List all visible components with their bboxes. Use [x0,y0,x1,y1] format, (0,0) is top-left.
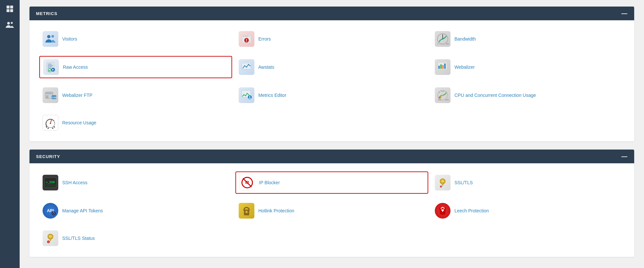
leech-label: Leech Protection [454,208,489,214]
menu-item-ip-blocker[interactable]: IP IP Blocker [235,171,428,194]
webalizer-label: Webalizer [454,64,475,70]
visitors-label: Visitors [62,36,77,42]
grid-icon[interactable] [6,5,14,15]
svg-rect-12 [243,36,244,36]
menu-item-cpu[interactable]: MIN MAX CPU and Concurrent Connection Us… [432,85,624,106]
svg-rect-79 [246,209,248,211]
menu-item-resource-usage[interactable]: Resource Usage [39,112,232,133]
svg-point-28 [244,65,245,66]
svg-rect-34 [442,65,444,69]
resource-usage-label: Resource Usage [62,120,96,126]
metrics-body: Visitors ! Errors [29,20,634,141]
ssl-tls-label: SSL/TLS [454,180,473,186]
svg-text:MAX: MAX [445,99,449,101]
menu-item-visitors[interactable]: Visitors [39,28,232,49]
awstats-icon [239,59,254,75]
security-header: SECURITY — [29,150,634,163]
svg-point-5 [11,22,13,24]
menu-item-metrics-editor[interactable]: Metrics Editor [235,85,428,106]
svg-rect-21 [48,65,53,66]
svg-point-7 [51,35,54,38]
svg-text:>_SSH: >_SSH [46,181,55,184]
svg-text:localhost$_: localhost$_ [46,185,57,187]
menu-item-awstats[interactable]: Awstats [235,56,428,78]
sidebar [0,0,20,268]
security-section: SECURITY — >_SSH localhost$_ SSH Access [29,150,634,257]
svg-rect-39 [46,96,48,96]
svg-rect-3 [10,9,13,12]
users-icon[interactable] [6,21,14,30]
svg-rect-23 [48,68,51,68]
menu-item-manage-api[interactable]: API Manage API Tokens [39,200,232,221]
svg-point-4 [7,22,10,25]
api-icon: API [43,203,58,219]
raw-access-label: Raw Access [63,64,88,70]
svg-rect-32 [438,66,440,69]
main-content: METRICS — Visitors [20,0,644,268]
svg-rect-1 [10,6,13,9]
svg-point-30 [248,64,249,65]
svg-rect-33 [440,64,442,69]
svg-rect-56 [46,122,47,123]
ssl-tls-status-label: SSL/TLS Status [62,235,95,241]
ssl-tls-icon: ? [435,175,451,190]
svg-text:MAX: MAX [446,43,449,45]
manage-api-label: Manage API Tokens [62,208,103,214]
svg-rect-40 [46,97,48,97]
cpu-icon: MIN MAX [435,87,451,103]
svg-text:0: 0 [437,43,439,45]
svg-point-29 [246,67,247,68]
bandwidth-icon: 0 MAX [435,31,451,47]
bandwidth-label: Bandwidth [454,36,476,42]
svg-point-61 [54,126,55,128]
metrics-collapse-btn[interactable]: — [621,10,628,16]
svg-rect-41 [46,98,48,98]
ip-blocker-icon: IP [239,175,255,190]
svg-rect-13 [245,36,246,36]
svg-text:?: ? [48,241,49,243]
svg-point-60 [52,128,53,129]
security-body: >_SSH localhost$_ SSH Access IP IP Bloc [29,163,634,257]
menu-item-webalizer-ftp[interactable]: FTP Webalizer FTP [39,85,232,106]
svg-point-59 [47,128,49,129]
svg-rect-35 [444,63,446,69]
svg-text:FTP: FTP [52,97,56,99]
metrics-header: METRICS — [29,7,634,20]
security-collapse-btn[interactable]: — [621,153,628,159]
svg-text:IP: IP [245,180,249,185]
menu-item-webalizer[interactable]: Webalizer [432,56,624,78]
menu-item-hotlink[interactable]: Hotlink Protection [235,200,428,221]
svg-rect-20 [48,64,52,64]
menu-item-ssl-tls-status[interactable]: ? SSL/TLS Status [39,228,232,249]
ssh-icon: >_SSH localhost$_ [43,175,58,190]
svg-text:?: ? [440,186,441,188]
menu-item-errors[interactable]: ! Errors [235,28,428,49]
menu-item-bandwidth[interactable]: 0 MAX Bandwidth [432,28,624,49]
errors-icon: ! [239,31,254,47]
svg-rect-57 [54,122,55,123]
svg-rect-22 [48,66,52,67]
ssh-label: SSH Access [62,180,87,186]
metrics-title: METRICS [36,11,58,16]
svg-rect-0 [7,6,9,9]
svg-rect-53 [445,92,447,93]
svg-text:MIN: MIN [438,99,441,101]
metrics-editor-icon [239,87,254,103]
webalizer-ftp-icon: FTP [43,87,58,103]
svg-rect-51 [438,92,440,93]
security-title: SECURITY [36,154,60,159]
menu-item-ssl-tls[interactable]: ? SSL/TLS [432,171,624,194]
hotlink-icon [239,203,254,219]
svg-point-55 [50,123,51,124]
svg-rect-52 [441,91,444,92]
raw-access-icon [43,59,59,75]
ip-blocker-label: IP Blocker [259,180,280,186]
menu-item-ssh[interactable]: >_SSH localhost$_ SSH Access [39,171,232,194]
metrics-section: METRICS — Visitors [29,7,634,141]
menu-item-leech[interactable]: Leech Protection [432,200,624,221]
svg-rect-27 [242,62,251,64]
awstats-label: Awstats [258,64,274,70]
svg-point-58 [46,126,47,128]
svg-point-76 [53,211,54,212]
menu-item-raw-access[interactable]: Raw Access [39,56,232,78]
